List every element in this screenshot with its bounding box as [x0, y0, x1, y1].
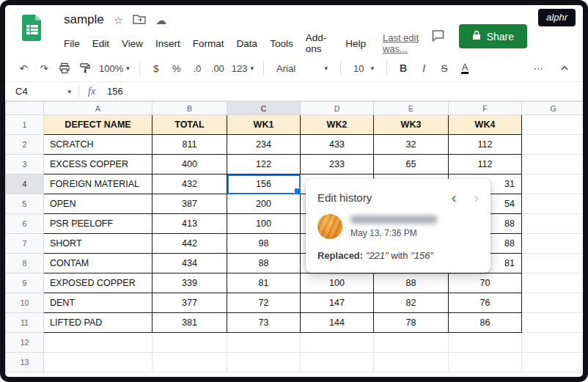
more-toolbar-button[interactable]: ⋯ [529, 59, 548, 78]
cell[interactable] [522, 353, 584, 372]
cell-b10[interactable]: 377 [152, 293, 227, 313]
cell-a5[interactable]: OPEN [44, 194, 152, 214]
cell-g3[interactable] [522, 155, 584, 175]
row-header-13[interactable]: 13 [6, 353, 44, 372]
bold-button[interactable]: B [394, 59, 413, 78]
number-format-button[interactable]: 123 ▾ [229, 59, 257, 78]
cloud-status-icon[interactable]: ☁ [155, 15, 166, 26]
cell-c10[interactable]: 72 [227, 293, 301, 313]
percent-format-button[interactable]: % [167, 59, 186, 78]
cell-d9[interactable]: 100 [301, 273, 374, 293]
name-box[interactable]: C4 ▾ [5, 86, 78, 97]
currency-format-button[interactable]: $ [147, 59, 166, 78]
cell-d2[interactable]: 433 [301, 135, 374, 155]
cell-g7[interactable] [522, 234, 584, 254]
row-header-2[interactable]: 2 [6, 135, 44, 155]
cell-c9[interactable]: 81 [227, 273, 301, 293]
font-select[interactable]: Arial ▾ [271, 59, 334, 78]
cell-a4[interactable]: FOREIGN MATERIAL [44, 175, 152, 194]
cell[interactable] [152, 333, 227, 353]
row-header-8[interactable]: 8 [6, 254, 44, 273]
menu-file[interactable]: File [64, 38, 80, 49]
cell[interactable] [301, 333, 374, 353]
column-header-b[interactable]: B [152, 102, 227, 115]
collapse-toolbar-button[interactable] [555, 59, 574, 78]
cell-g6[interactable] [522, 214, 584, 234]
cell-b6[interactable]: 413 [152, 214, 227, 234]
cell-g4[interactable] [522, 175, 584, 194]
column-header-e[interactable]: E [374, 102, 449, 115]
cell[interactable] [301, 353, 374, 372]
print-button[interactable] [55, 59, 74, 78]
cell-a3[interactable]: EXCESS COPPER [44, 155, 152, 175]
cell-d11[interactable]: 144 [301, 313, 374, 333]
cell[interactable] [152, 353, 227, 372]
row-header-5[interactable]: 5 [6, 194, 44, 214]
row-header-6[interactable]: 6 [6, 214, 44, 234]
cell-c7[interactable]: 98 [227, 234, 301, 254]
cell-c5[interactable]: 200 [227, 194, 301, 214]
cell-c3[interactable]: 122 [227, 155, 301, 175]
cell-g11[interactable] [522, 313, 584, 333]
share-button[interactable]: Share [459, 24, 527, 48]
cell[interactable] [374, 353, 449, 372]
strikethrough-button[interactable]: S [435, 59, 454, 78]
sheets-logo-icon[interactable] [21, 14, 43, 42]
cell-g5[interactable] [522, 194, 584, 214]
cell-c6[interactable]: 100 [227, 214, 301, 234]
cell-b9[interactable]: 339 [152, 273, 227, 293]
cell-g9[interactable] [522, 273, 584, 293]
font-size-select[interactable]: 10 ▾ [348, 59, 380, 78]
menu-format[interactable]: Format [193, 38, 224, 49]
column-header-g[interactable]: G [522, 102, 584, 115]
cell-b7[interactable]: 442 [152, 234, 227, 254]
cell-b2[interactable]: 811 [152, 135, 227, 155]
cell-d1[interactable]: WK2 [301, 115, 374, 135]
cell[interactable] [374, 333, 449, 353]
undo-button[interactable]: ↶ [14, 59, 33, 78]
row-header-10[interactable]: 10 [6, 293, 44, 313]
cell-b1[interactable]: TOTAL [152, 115, 227, 135]
menu-data[interactable]: Data [237, 38, 258, 49]
cell-b3[interactable]: 400 [152, 155, 227, 175]
cell-d3[interactable]: 233 [301, 155, 374, 175]
menu-addons[interactable]: Add-ons [306, 32, 334, 54]
menu-help[interactable]: Help [345, 38, 366, 49]
paint-format-button[interactable] [76, 59, 95, 78]
comment-icon[interactable] [430, 29, 446, 45]
zoom-select[interactable]: 100% ▾ [96, 59, 133, 78]
row-header-1[interactable]: 1 [6, 115, 44, 135]
cell-d10[interactable]: 147 [301, 293, 374, 313]
cell-b8[interactable]: 434 [152, 254, 227, 273]
row-header-9[interactable]: 9 [6, 273, 44, 293]
cell-f11[interactable]: 86 [449, 313, 522, 333]
column-header-c[interactable]: C [227, 102, 301, 115]
star-icon[interactable]: ☆ [114, 15, 123, 26]
italic-button[interactable]: I [414, 59, 433, 78]
select-all-corner[interactable] [6, 102, 44, 115]
cell-g10[interactable] [522, 293, 584, 313]
cell-e9[interactable]: 88 [374, 273, 449, 293]
cell[interactable] [44, 333, 152, 353]
decrease-decimal-button[interactable]: .0 [188, 59, 207, 78]
cell-b4[interactable]: 432 [152, 175, 227, 194]
cell[interactable] [44, 353, 152, 372]
cell-f1[interactable]: WK4 [449, 115, 522, 135]
cell-a10[interactable]: DENT [44, 293, 152, 313]
cell-c4-selected[interactable]: 156 [227, 175, 301, 194]
previous-edit-button[interactable]: ‹ [452, 190, 457, 205]
cell-e1[interactable]: WK3 [374, 115, 449, 135]
row-header-3[interactable]: 3 [6, 155, 44, 175]
cell-a8[interactable]: CONTAM [44, 254, 152, 273]
cell-f9[interactable]: 70 [449, 273, 522, 293]
cell[interactable] [449, 353, 522, 372]
column-header-a[interactable]: A [44, 102, 152, 115]
cell-e11[interactable]: 78 [374, 313, 449, 333]
cell-c11[interactable]: 73 [227, 313, 301, 333]
menu-edit[interactable]: Edit [92, 38, 109, 49]
column-header-f[interactable]: F [449, 102, 522, 115]
cell-c2[interactable]: 234 [227, 135, 301, 155]
cell-g8[interactable] [522, 254, 584, 273]
cell-f3[interactable]: 112 [449, 155, 522, 175]
move-folder-icon[interactable] [133, 14, 146, 26]
